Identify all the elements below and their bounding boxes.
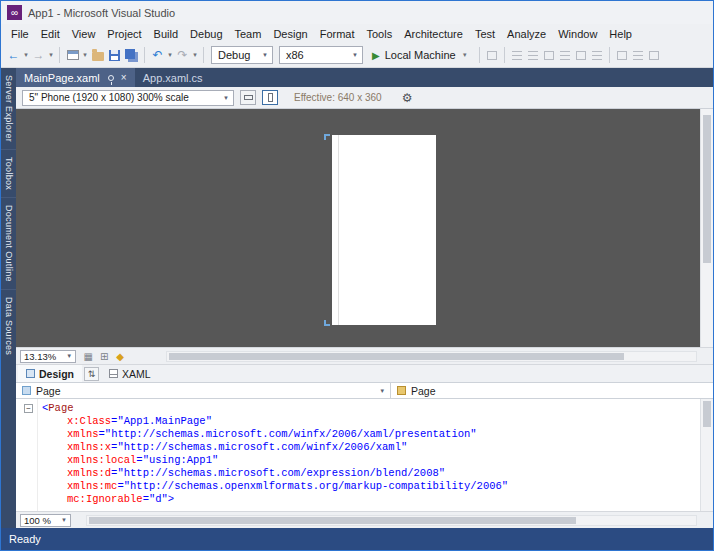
scrollbar-thumb[interactable] bbox=[169, 353, 624, 360]
scrollbar-thumb[interactable] bbox=[703, 401, 711, 427]
collapse-region-button[interactable]: − bbox=[24, 404, 33, 413]
code-token-delim: > bbox=[168, 493, 174, 505]
play-icon: ▶ bbox=[372, 50, 380, 61]
document-tabs: MainPage.xaml×App.xaml.cs bbox=[16, 68, 713, 87]
show-grid-icon[interactable]: ▦ bbox=[80, 351, 96, 362]
uncomment-icon bbox=[631, 48, 645, 62]
side-tab-server-explorer[interactable]: Server Explorer bbox=[1, 68, 16, 149]
device-settings-gear-icon[interactable]: ⚙ bbox=[402, 91, 413, 105]
side-tab-data-sources[interactable]: Data Sources bbox=[1, 289, 16, 362]
open-file-icon[interactable] bbox=[89, 45, 106, 65]
visual-studio-logo-icon: ∞ bbox=[7, 5, 22, 20]
portrait-orientation-button[interactable] bbox=[262, 90, 278, 105]
new-project-dropdown-icon[interactable]: ▾ bbox=[81, 51, 89, 59]
code-token-attr: mc:Ignorable bbox=[67, 493, 143, 505]
save-all-icon[interactable] bbox=[123, 45, 140, 65]
xaml-breadcrumb[interactable]: Page bbox=[391, 383, 713, 398]
find-in-files-icon bbox=[487, 51, 497, 60]
code-token-name: Page bbox=[48, 402, 73, 414]
navigate-back-icon[interactable]: ← bbox=[5, 45, 22, 65]
xaml-editor[interactable]: − <Pagex:Class="App1.MainPage"xmlns="htt… bbox=[16, 399, 713, 511]
redo-dropdown-icon: ▾ bbox=[191, 51, 199, 59]
new-project-icon[interactable] bbox=[64, 45, 81, 65]
chevron-down-icon: ▾ bbox=[380, 387, 384, 395]
scrollbar-thumb[interactable] bbox=[89, 517, 576, 524]
outlining-margin: − bbox=[16, 399, 38, 511]
menu-item-test[interactable]: Test bbox=[469, 26, 501, 42]
phone-canvas[interactable] bbox=[332, 135, 436, 325]
landscape-orientation-button[interactable] bbox=[240, 90, 256, 105]
decrease-indent-icon bbox=[576, 51, 586, 60]
editor-horizontal-scrollbar[interactable] bbox=[86, 515, 697, 526]
navigate-back-dropdown-icon[interactable]: ▾ bbox=[22, 51, 30, 59]
undo-dropdown-icon[interactable]: ▾ bbox=[166, 51, 174, 59]
device-selector-combo[interactable]: 5" Phone (1920 x 1080) 300% scale ▼ bbox=[22, 90, 234, 106]
device-selector-value: 5" Phone (1920 x 1080) 300% scale bbox=[29, 92, 189, 103]
close-icon[interactable]: × bbox=[121, 72, 127, 83]
code-token-value: "http://schemas.microsoft.com/expression… bbox=[117, 467, 445, 479]
snap-to-grid-icon[interactable]: ⊞ bbox=[96, 351, 112, 362]
menu-item-view[interactable]: View bbox=[66, 26, 102, 42]
designer-vertical-scrollbar[interactable] bbox=[700, 109, 713, 347]
start-debugging-button[interactable]: ▶ Local Machine ▾ bbox=[366, 45, 475, 65]
solution-configuration-combo[interactable]: Debug ▼ bbox=[211, 46, 273, 64]
menu-item-format[interactable]: Format bbox=[314, 26, 361, 42]
navigate-forward-icon[interactable]: → bbox=[30, 45, 47, 65]
side-tab-document-outline[interactable]: Document Outline bbox=[1, 197, 16, 289]
swap-panes-button[interactable]: ⇅ bbox=[84, 367, 99, 381]
chevron-down-icon: ▼ bbox=[262, 52, 268, 58]
menu-item-edit[interactable]: Edit bbox=[35, 26, 66, 42]
menu-item-project[interactable]: Project bbox=[101, 26, 147, 42]
menu-item-architecture[interactable]: Architecture bbox=[398, 26, 469, 42]
xaml-breadcrumb-value: Page bbox=[411, 385, 436, 397]
snaplines-icon[interactable]: ◆ bbox=[112, 351, 128, 362]
code-line: xmlns="http://schemas.microsoft.com/winf… bbox=[42, 428, 699, 441]
chevron-down-icon: ▼ bbox=[66, 353, 72, 359]
document-tab-mainpage-xaml[interactable]: MainPage.xaml× bbox=[16, 68, 135, 87]
main-pane: MainPage.xaml×App.xaml.cs 5" Phone (1920… bbox=[16, 68, 713, 528]
code-line: xmlns:local="using:App1" bbox=[42, 454, 699, 467]
scrollbar-thumb[interactable] bbox=[703, 115, 711, 263]
chevron-down-icon: ▼ bbox=[61, 517, 67, 523]
design-pane-label: Design bbox=[39, 368, 74, 380]
run-target-dropdown-icon[interactable]: ▾ bbox=[461, 51, 469, 59]
design-surface[interactable] bbox=[16, 109, 713, 347]
code-token-attr: xmlns:local bbox=[67, 454, 136, 466]
element-path-combo[interactable]: Page ▾ bbox=[16, 383, 391, 398]
increase-indent-icon bbox=[590, 48, 604, 62]
document-tab-app-xaml-cs[interactable]: App.xaml.cs bbox=[135, 68, 211, 87]
code-line: xmlns:x="http://schemas.microsoft.com/wi… bbox=[42, 441, 699, 454]
xaml-pane-tab[interactable]: XAML bbox=[101, 365, 159, 382]
solution-configuration-value: Debug bbox=[218, 49, 250, 61]
menu-item-build[interactable]: Build bbox=[148, 26, 184, 42]
menu-item-file[interactable]: File bbox=[5, 26, 35, 42]
toolbar-separator bbox=[609, 47, 610, 63]
menu-item-debug[interactable]: Debug bbox=[184, 26, 228, 42]
editor-zoom-combo[interactable]: 100 % ▼ bbox=[20, 514, 71, 527]
code-token-attr: x:Class bbox=[67, 415, 111, 427]
save-icon[interactable] bbox=[106, 45, 123, 65]
designer-zoom-combo[interactable]: 13.13% ▼ bbox=[20, 350, 76, 363]
side-tab-toolbox[interactable]: Toolbox bbox=[1, 149, 16, 197]
status-bar: Ready bbox=[1, 528, 713, 550]
menu-item-analyze[interactable]: Analyze bbox=[501, 26, 552, 42]
code-token-value: "http://schemas.microsoft.com/winfx/2006… bbox=[117, 441, 407, 453]
undo-icon[interactable]: ↶ bbox=[149, 45, 166, 65]
editor-vertical-scrollbar[interactable] bbox=[700, 399, 713, 511]
code-token-value: "App1.MainPage" bbox=[117, 415, 212, 427]
code-line: mc:Ignorable="d"> bbox=[42, 493, 699, 506]
menu-item-team[interactable]: Team bbox=[229, 26, 268, 42]
designer-horizontal-scrollbar[interactable] bbox=[166, 351, 697, 362]
navigate-forward-dropdown-icon[interactable]: ▾ bbox=[47, 51, 55, 59]
menu-item-tools[interactable]: Tools bbox=[361, 26, 399, 42]
pin-icon[interactable] bbox=[108, 75, 114, 81]
toggle-bookmark-icon bbox=[649, 51, 659, 60]
menu-item-help[interactable]: Help bbox=[603, 26, 638, 42]
menu-item-design[interactable]: Design bbox=[267, 26, 313, 42]
menu-item-window[interactable]: Window bbox=[552, 26, 603, 42]
title-bar[interactable]: ∞ App1 - Microsoft Visual Studio bbox=[1, 1, 713, 24]
design-pane-tab[interactable]: Design bbox=[18, 365, 82, 382]
portrait-phone-icon bbox=[268, 93, 273, 102]
solution-platform-combo[interactable]: x86 ▼ bbox=[279, 46, 363, 64]
window-title: App1 - Microsoft Visual Studio bbox=[28, 7, 175, 19]
